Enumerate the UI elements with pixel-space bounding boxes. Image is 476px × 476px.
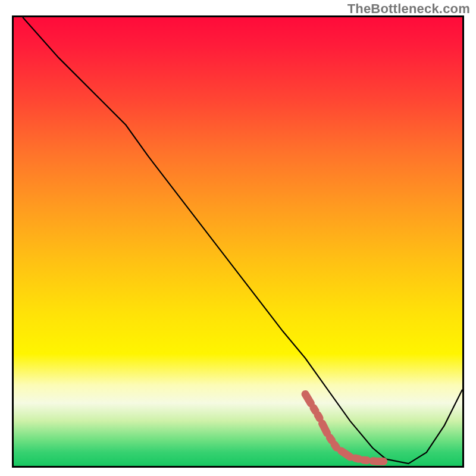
- red-accent-line: [305, 394, 386, 461]
- chart-svg: [14, 17, 462, 466]
- attribution-label: TheBottleneck.com: [347, 1, 470, 17]
- black-curve-line: [23, 17, 462, 464]
- chart-container: TheBottleneck.com: [0, 0, 476, 476]
- plot-area: [12, 15, 464, 468]
